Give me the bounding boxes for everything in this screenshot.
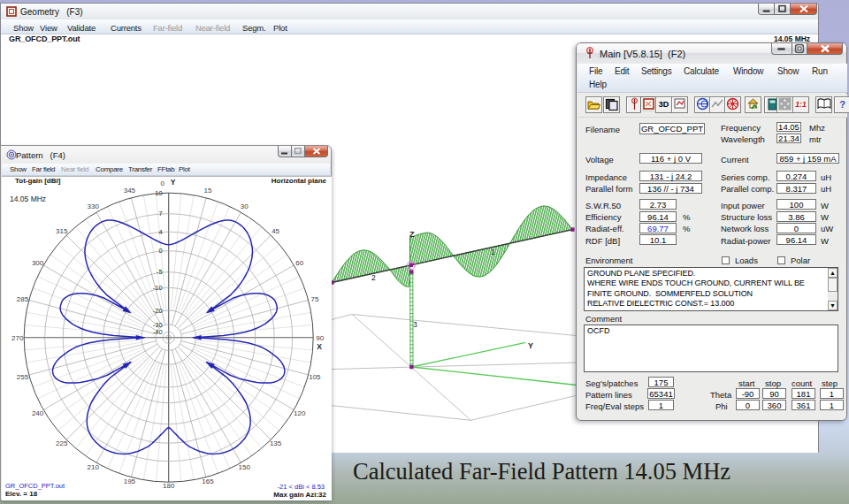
svg-text:Y: Y	[171, 178, 176, 187]
svg-text:150: 150	[239, 463, 251, 471]
svg-text:105: 105	[309, 373, 321, 381]
svg-text:-10: -10	[153, 284, 163, 292]
svg-text:45: 45	[272, 227, 279, 235]
svg-text:Z: Z	[409, 230, 415, 239]
svg-text:4: 4	[159, 228, 163, 236]
svg-text:270: 270	[11, 334, 24, 342]
svg-text:180: 180	[163, 482, 175, 490]
svg-text:135: 135	[270, 439, 282, 447]
svg-text:330: 330	[88, 202, 100, 210]
svg-text:15: 15	[204, 187, 212, 195]
svg-text:60: 60	[295, 259, 303, 267]
svg-text:165: 165	[202, 477, 214, 485]
svg-text:285: 285	[17, 295, 29, 303]
svg-text:120: 120	[294, 409, 306, 417]
svg-text:30: 30	[241, 202, 249, 210]
svg-text:240: 240	[32, 409, 44, 417]
svg-text:210: 210	[88, 463, 100, 471]
svg-text:7: 7	[159, 210, 163, 218]
svg-text:225: 225	[56, 439, 68, 447]
svg-text:255: 255	[17, 373, 29, 381]
svg-text:0: 0	[160, 179, 164, 187]
svg-text:3: 3	[413, 320, 417, 329]
svg-text:0: 0	[159, 247, 163, 255]
svg-text:10: 10	[155, 189, 162, 197]
svg-text:300: 300	[32, 259, 44, 267]
svg-text:-20: -20	[153, 307, 163, 315]
svg-text:1: 1	[491, 248, 495, 256]
svg-text:90: 90	[316, 334, 324, 342]
svg-text:195: 195	[124, 477, 136, 485]
svg-text:75: 75	[310, 295, 318, 303]
svg-text:X: X	[317, 342, 322, 351]
svg-text:2: 2	[371, 273, 376, 282]
svg-text:-40: -40	[153, 328, 163, 336]
svg-text:-5: -5	[157, 268, 163, 276]
svg-text:345: 345	[124, 187, 136, 195]
svg-text:315: 315	[56, 227, 68, 235]
svg-text:Y: Y	[528, 341, 533, 350]
